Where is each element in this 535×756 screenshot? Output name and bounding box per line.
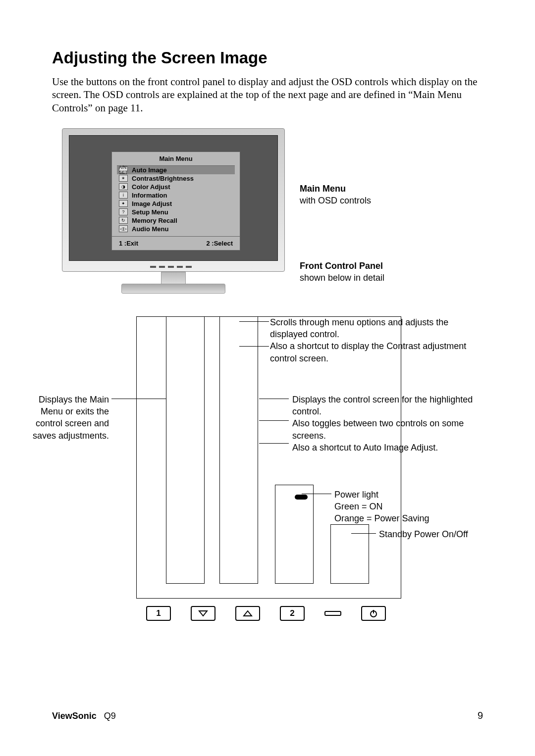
- callout-power-light: Power light Green = ON Orange = Power Sa…: [334, 489, 483, 525]
- osd-item-setup[interactable]: ? Setup Menu: [117, 208, 235, 216]
- page-number: 9: [478, 710, 483, 721]
- monitor-front-buttons: [146, 265, 196, 269]
- callout-scroll-line2: Also a shortcut to display the Contrast …: [270, 340, 483, 364]
- standby-line: Standby Power On/Off: [379, 528, 478, 540]
- contrast-icon: ✶: [119, 175, 128, 182]
- osd-item-label: Auto Image: [132, 166, 167, 174]
- button-down[interactable]: [191, 606, 215, 621]
- osd-item-label: Information: [132, 192, 167, 199]
- callout-button2-line2: Also toggles between two controls on som…: [292, 417, 481, 442]
- button-2[interactable]: 2: [280, 606, 305, 621]
- memory-recall-icon: ↻: [119, 217, 128, 224]
- button-up[interactable]: [235, 606, 260, 621]
- page-footer: ViewSonic Q9: [52, 711, 116, 721]
- button-1[interactable]: 1: [146, 606, 171, 621]
- osd-panel: Main Menu A/N SET Auto Image ✶ Contrast/…: [111, 151, 240, 251]
- osd-item-auto-image[interactable]: A/N SET Auto Image: [117, 166, 235, 174]
- osd-item-color[interactable]: ◑ Color Adjust: [117, 183, 235, 191]
- power-icon: [369, 609, 378, 618]
- svg-marker-1: [244, 611, 252, 616]
- callout-scroll: Scrolls through menu options and adjusts…: [270, 316, 483, 364]
- osd-item-label: Image Adjust: [132, 200, 172, 207]
- monitor-stand-neck: [161, 272, 186, 285]
- fcp-title: Front Control Panel: [300, 260, 384, 272]
- osd-footer: 1 :Exit 2 :Select: [112, 236, 240, 250]
- osd-list: A/N SET Auto Image ✶ Contrast/Brightness…: [117, 165, 235, 233]
- main-menu-title: Main Menu: [300, 183, 371, 195]
- auto-image-icon: A/N SET: [119, 166, 128, 173]
- callout-standby: Standby Power On/Off: [379, 528, 478, 540]
- osd-item-label: Setup Menu: [132, 208, 168, 216]
- button1-column: [166, 316, 205, 584]
- osd-select-label: 2 :Select: [207, 240, 233, 247]
- power-light-line2: Green = ON: [334, 501, 483, 512]
- setup-icon: ?: [119, 208, 128, 215]
- button-power[interactable]: [361, 606, 386, 621]
- page-heading: Adjusting the Screen Image: [52, 49, 483, 67]
- osd-item-label: Audio Menu: [132, 225, 168, 233]
- information-icon: i: [119, 192, 128, 199]
- monitor-figure: Main Menu A/N SET Auto Image ✶ Contrast/…: [52, 128, 483, 297]
- osd-item-image-adjust[interactable]: ✦ Image Adjust: [117, 200, 235, 208]
- power-led-icon: [295, 495, 308, 500]
- power-light-line3: Orange = Power Saving: [334, 512, 483, 524]
- footer-brand: ViewSonic: [52, 711, 97, 721]
- power-light-line1: Power light: [334, 489, 483, 501]
- audio-icon: ◁▷: [119, 225, 128, 232]
- osd-title: Main Menu: [112, 152, 240, 165]
- front-control-panel-label: Front Control Panel shown below in detai…: [300, 260, 384, 284]
- intro-paragraph: Use the buttons on the front control pan…: [52, 75, 483, 114]
- main-menu-side-label: Main Menu with OSD controls: [300, 183, 371, 207]
- osd-exit-label: 1 :Exit: [119, 240, 138, 247]
- footer-model: Q9: [104, 711, 116, 721]
- color-adjust-icon: ◑: [119, 183, 128, 190]
- front-panel-diagram: Scrolls through menu options and adjusts…: [52, 316, 483, 633]
- osd-item-label: Contrast/Brightness: [132, 175, 194, 182]
- osd-item-label: Color Adjust: [132, 183, 170, 191]
- arrows-column: [219, 316, 258, 584]
- power-led-slot: [324, 611, 341, 616]
- triangle-up-icon: [243, 610, 253, 617]
- button-row: 1 2: [146, 606, 386, 621]
- svg-marker-0: [199, 611, 207, 616]
- fcp-sub: shown below in detail: [300, 272, 384, 284]
- monitor-stand-base: [121, 284, 225, 294]
- callout-scroll-line1: Scrolls through menu options and adjusts…: [270, 316, 483, 341]
- callout-button1: Displays the Main Menu or exits the cont…: [22, 394, 109, 442]
- triangle-down-icon: [198, 610, 208, 617]
- osd-item-audio[interactable]: ◁▷ Audio Menu: [117, 225, 235, 233]
- led-column: [275, 485, 314, 584]
- callout-button1-text: Displays the Main Menu or exits the cont…: [22, 394, 109, 442]
- image-adjust-icon: ✦: [119, 200, 128, 207]
- callout-button2-line3: Also a shortcut to Auto Image Adjust.: [292, 442, 481, 454]
- osd-item-info[interactable]: i Information: [117, 191, 235, 200]
- main-menu-sub: with OSD controls: [300, 195, 371, 206]
- callout-button2: Displays the control screen for the high…: [292, 394, 481, 454]
- osd-item-contrast[interactable]: ✶ Contrast/Brightness: [117, 174, 235, 183]
- osd-item-memory[interactable]: ↻ Memory Recall: [117, 216, 235, 225]
- monitor-screen: Main Menu A/N SET Auto Image ✶ Contrast/…: [69, 135, 278, 261]
- osd-item-label: Memory Recall: [132, 217, 177, 224]
- callout-button2-line1: Displays the control screen for the high…: [292, 394, 481, 418]
